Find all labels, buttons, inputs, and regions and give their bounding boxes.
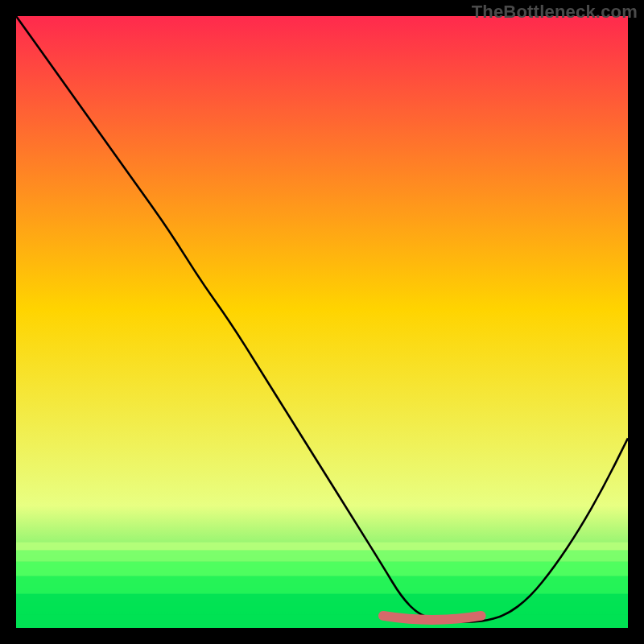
chart-background [16,16,628,628]
svg-rect-5 [16,615,628,628]
chart-minimum-marker [383,616,481,620]
watermark-label: TheBottleneck.com [472,2,638,23]
chart-frame: TheBottleneck.com [0,0,644,644]
svg-rect-0 [16,543,628,551]
svg-rect-1 [16,551,628,562]
svg-rect-2 [16,562,628,576]
svg-rect-3 [16,576,628,594]
svg-rect-4 [16,594,628,615]
chart-bottom-bands [16,543,628,628]
chart-plot-area [16,16,628,628]
chart-svg [16,16,628,628]
